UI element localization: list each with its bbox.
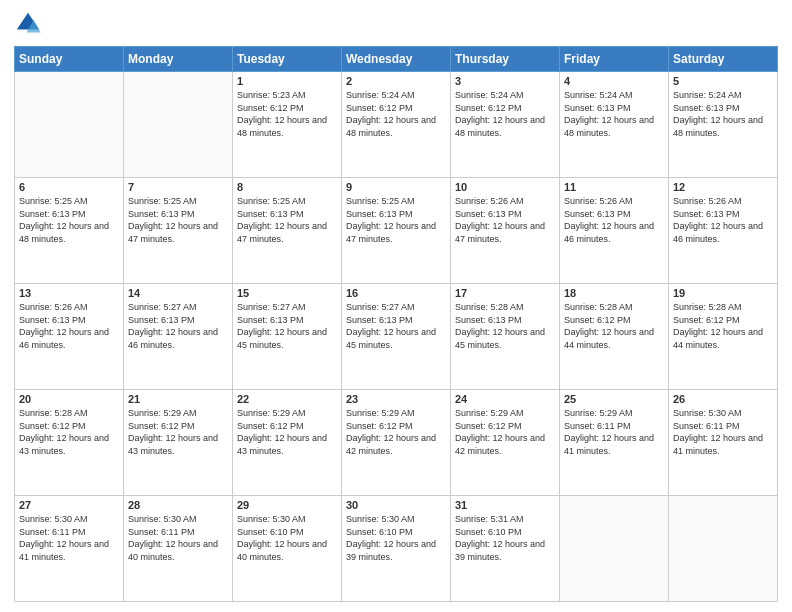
day-info: Sunrise: 5:28 AM Sunset: 6:12 PM Dayligh… [19,407,119,457]
day-cell: 30Sunrise: 5:30 AM Sunset: 6:10 PM Dayli… [342,496,451,602]
day-cell: 14Sunrise: 5:27 AM Sunset: 6:13 PM Dayli… [124,284,233,390]
weekday-header-tuesday: Tuesday [233,47,342,72]
day-number: 6 [19,181,119,193]
day-number: 3 [455,75,555,87]
day-cell: 11Sunrise: 5:26 AM Sunset: 6:13 PM Dayli… [560,178,669,284]
day-cell: 26Sunrise: 5:30 AM Sunset: 6:11 PM Dayli… [669,390,778,496]
day-info: Sunrise: 5:30 AM Sunset: 6:10 PM Dayligh… [346,513,446,563]
day-info: Sunrise: 5:27 AM Sunset: 6:13 PM Dayligh… [128,301,228,351]
day-number: 23 [346,393,446,405]
day-cell [124,72,233,178]
header [14,10,778,38]
day-info: Sunrise: 5:23 AM Sunset: 6:12 PM Dayligh… [237,89,337,139]
day-info: Sunrise: 5:28 AM Sunset: 6:13 PM Dayligh… [455,301,555,351]
day-info: Sunrise: 5:26 AM Sunset: 6:13 PM Dayligh… [19,301,119,351]
day-number: 31 [455,499,555,511]
day-cell: 2Sunrise: 5:24 AM Sunset: 6:12 PM Daylig… [342,72,451,178]
day-number: 15 [237,287,337,299]
day-cell: 22Sunrise: 5:29 AM Sunset: 6:12 PM Dayli… [233,390,342,496]
day-number: 4 [564,75,664,87]
day-cell: 28Sunrise: 5:30 AM Sunset: 6:11 PM Dayli… [124,496,233,602]
day-number: 2 [346,75,446,87]
week-row-4: 20Sunrise: 5:28 AM Sunset: 6:12 PM Dayli… [15,390,778,496]
calendar-table: SundayMondayTuesdayWednesdayThursdayFrid… [14,46,778,602]
day-cell: 9Sunrise: 5:25 AM Sunset: 6:13 PM Daylig… [342,178,451,284]
day-number: 27 [19,499,119,511]
page: SundayMondayTuesdayWednesdayThursdayFrid… [0,0,792,612]
day-info: Sunrise: 5:28 AM Sunset: 6:12 PM Dayligh… [673,301,773,351]
day-number: 5 [673,75,773,87]
day-info: Sunrise: 5:28 AM Sunset: 6:12 PM Dayligh… [564,301,664,351]
day-number: 22 [237,393,337,405]
weekday-header-saturday: Saturday [669,47,778,72]
day-cell: 5Sunrise: 5:24 AM Sunset: 6:13 PM Daylig… [669,72,778,178]
day-info: Sunrise: 5:29 AM Sunset: 6:11 PM Dayligh… [564,407,664,457]
day-cell: 6Sunrise: 5:25 AM Sunset: 6:13 PM Daylig… [15,178,124,284]
day-cell: 18Sunrise: 5:28 AM Sunset: 6:12 PM Dayli… [560,284,669,390]
weekday-header-wednesday: Wednesday [342,47,451,72]
day-cell: 19Sunrise: 5:28 AM Sunset: 6:12 PM Dayli… [669,284,778,390]
day-cell: 31Sunrise: 5:31 AM Sunset: 6:10 PM Dayli… [451,496,560,602]
day-info: Sunrise: 5:26 AM Sunset: 6:13 PM Dayligh… [455,195,555,245]
day-number: 7 [128,181,228,193]
day-info: Sunrise: 5:27 AM Sunset: 6:13 PM Dayligh… [237,301,337,351]
day-cell: 3Sunrise: 5:24 AM Sunset: 6:12 PM Daylig… [451,72,560,178]
day-cell: 25Sunrise: 5:29 AM Sunset: 6:11 PM Dayli… [560,390,669,496]
day-cell: 27Sunrise: 5:30 AM Sunset: 6:11 PM Dayli… [15,496,124,602]
day-info: Sunrise: 5:25 AM Sunset: 6:13 PM Dayligh… [19,195,119,245]
week-row-1: 1Sunrise: 5:23 AM Sunset: 6:12 PM Daylig… [15,72,778,178]
day-info: Sunrise: 5:30 AM Sunset: 6:11 PM Dayligh… [673,407,773,457]
day-info: Sunrise: 5:27 AM Sunset: 6:13 PM Dayligh… [346,301,446,351]
day-cell [15,72,124,178]
logo-icon [14,10,42,38]
day-cell: 4Sunrise: 5:24 AM Sunset: 6:13 PM Daylig… [560,72,669,178]
week-row-3: 13Sunrise: 5:26 AM Sunset: 6:13 PM Dayli… [15,284,778,390]
day-info: Sunrise: 5:30 AM Sunset: 6:11 PM Dayligh… [19,513,119,563]
day-number: 18 [564,287,664,299]
day-info: Sunrise: 5:26 AM Sunset: 6:13 PM Dayligh… [673,195,773,245]
day-info: Sunrise: 5:29 AM Sunset: 6:12 PM Dayligh… [455,407,555,457]
day-number: 17 [455,287,555,299]
day-info: Sunrise: 5:25 AM Sunset: 6:13 PM Dayligh… [346,195,446,245]
day-number: 26 [673,393,773,405]
day-number: 19 [673,287,773,299]
day-cell: 24Sunrise: 5:29 AM Sunset: 6:12 PM Dayli… [451,390,560,496]
day-info: Sunrise: 5:29 AM Sunset: 6:12 PM Dayligh… [346,407,446,457]
day-info: Sunrise: 5:29 AM Sunset: 6:12 PM Dayligh… [128,407,228,457]
day-info: Sunrise: 5:24 AM Sunset: 6:12 PM Dayligh… [346,89,446,139]
day-cell: 17Sunrise: 5:28 AM Sunset: 6:13 PM Dayli… [451,284,560,390]
day-info: Sunrise: 5:25 AM Sunset: 6:13 PM Dayligh… [128,195,228,245]
day-cell [560,496,669,602]
day-number: 28 [128,499,228,511]
day-info: Sunrise: 5:26 AM Sunset: 6:13 PM Dayligh… [564,195,664,245]
day-info: Sunrise: 5:24 AM Sunset: 6:13 PM Dayligh… [673,89,773,139]
day-info: Sunrise: 5:25 AM Sunset: 6:13 PM Dayligh… [237,195,337,245]
day-cell: 12Sunrise: 5:26 AM Sunset: 6:13 PM Dayli… [669,178,778,284]
weekday-header-sunday: Sunday [15,47,124,72]
logo [14,10,46,38]
day-cell: 20Sunrise: 5:28 AM Sunset: 6:12 PM Dayli… [15,390,124,496]
day-number: 1 [237,75,337,87]
day-cell: 15Sunrise: 5:27 AM Sunset: 6:13 PM Dayli… [233,284,342,390]
day-number: 29 [237,499,337,511]
day-info: Sunrise: 5:30 AM Sunset: 6:11 PM Dayligh… [128,513,228,563]
day-cell: 8Sunrise: 5:25 AM Sunset: 6:13 PM Daylig… [233,178,342,284]
day-cell: 7Sunrise: 5:25 AM Sunset: 6:13 PM Daylig… [124,178,233,284]
day-info: Sunrise: 5:31 AM Sunset: 6:10 PM Dayligh… [455,513,555,563]
day-info: Sunrise: 5:29 AM Sunset: 6:12 PM Dayligh… [237,407,337,457]
day-number: 30 [346,499,446,511]
day-number: 8 [237,181,337,193]
day-cell: 29Sunrise: 5:30 AM Sunset: 6:10 PM Dayli… [233,496,342,602]
weekday-header-monday: Monday [124,47,233,72]
day-info: Sunrise: 5:30 AM Sunset: 6:10 PM Dayligh… [237,513,337,563]
day-number: 25 [564,393,664,405]
day-number: 11 [564,181,664,193]
weekday-header-row: SundayMondayTuesdayWednesdayThursdayFrid… [15,47,778,72]
week-row-5: 27Sunrise: 5:30 AM Sunset: 6:11 PM Dayli… [15,496,778,602]
day-number: 13 [19,287,119,299]
week-row-2: 6Sunrise: 5:25 AM Sunset: 6:13 PM Daylig… [15,178,778,284]
day-cell: 1Sunrise: 5:23 AM Sunset: 6:12 PM Daylig… [233,72,342,178]
weekday-header-friday: Friday [560,47,669,72]
day-number: 16 [346,287,446,299]
day-cell: 21Sunrise: 5:29 AM Sunset: 6:12 PM Dayli… [124,390,233,496]
